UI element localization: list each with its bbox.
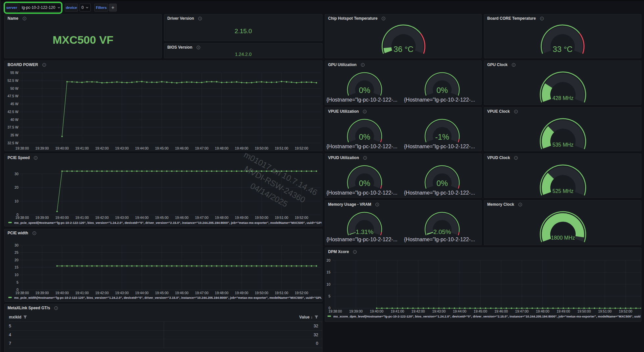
svg-text:15: 15	[326, 270, 330, 274]
svg-text:19:52:00: 19:52:00	[619, 309, 632, 313]
svg-text:19:41:00: 19:41:00	[75, 291, 89, 295]
svg-text:0: 0	[328, 306, 330, 310]
svg-text:45 W: 45 W	[10, 102, 18, 106]
svg-text:19:40:00: 19:40:00	[55, 216, 69, 220]
svg-text:19:45:00: 19:45:00	[155, 291, 169, 295]
svg-text:0%: 0%	[359, 179, 370, 188]
svg-text:19:44:00: 19:44:00	[453, 309, 466, 313]
svg-text:0%: 0%	[437, 179, 448, 188]
svg-text:10: 10	[326, 282, 330, 286]
svg-text:42.5 W: 42.5 W	[8, 110, 18, 114]
svg-text:19:40:00: 19:40:00	[55, 291, 69, 295]
svg-text:36 °C: 36 °C	[394, 45, 413, 54]
svg-text:19:44:00: 19:44:00	[135, 291, 149, 295]
svg-text:33 °C: 33 °C	[553, 45, 572, 54]
svg-text:19:49:00: 19:49:00	[557, 309, 570, 313]
svg-text:19:48:00: 19:48:00	[215, 216, 228, 220]
svg-text:5: 5	[328, 294, 330, 298]
svg-text:19:49:00: 19:49:00	[235, 216, 249, 220]
svg-text:0: 0	[16, 213, 18, 217]
svg-text:37.5 W: 37.5 W	[8, 125, 18, 129]
svg-text:50 W: 50 W	[10, 86, 18, 90]
svg-text:19:48:00: 19:48:00	[215, 146, 228, 150]
svg-text:55 W: 55 W	[10, 71, 18, 75]
svg-text:19:52:00: 19:52:00	[295, 291, 308, 295]
svg-text:19:47:00: 19:47:00	[195, 146, 208, 150]
svg-text:19:44:00: 19:44:00	[135, 146, 149, 150]
svg-text:19:39:00: 19:39:00	[36, 146, 49, 150]
svg-text:19:51:00: 19:51:00	[275, 291, 288, 295]
svg-text:19:43:00: 19:43:00	[115, 216, 129, 220]
svg-text:19:45:00: 19:45:00	[155, 216, 169, 220]
svg-text:19:43:00: 19:43:00	[115, 291, 129, 295]
svg-text:40 W: 40 W	[10, 118, 18, 122]
svg-text:10: 10	[14, 199, 18, 203]
svg-text:19:39:00: 19:39:00	[349, 309, 363, 313]
svg-text:0%: 0%	[359, 86, 370, 95]
svg-text:19:38:00: 19:38:00	[15, 146, 29, 150]
svg-text:19:42:00: 19:42:00	[95, 146, 109, 150]
svg-text:19:47:00: 19:47:00	[195, 216, 208, 220]
svg-text:20: 20	[326, 258, 330, 262]
svg-text:19:51:00: 19:51:00	[275, 216, 288, 220]
svg-text:19:48:00: 19:48:00	[215, 291, 228, 295]
svg-text:19:43:00: 19:43:00	[432, 309, 446, 313]
svg-text:19:42:00: 19:42:00	[412, 309, 425, 313]
svg-text:428 MHz: 428 MHz	[552, 95, 573, 101]
svg-text:19:50:00: 19:50:00	[255, 216, 268, 220]
svg-text:2.05%: 2.05%	[433, 228, 451, 235]
svg-text:19:47:00: 19:47:00	[515, 309, 529, 313]
svg-text:19:39:00: 19:39:00	[36, 216, 49, 220]
svg-text:19:38:00: 19:38:00	[328, 309, 342, 313]
svg-text:19:39:00: 19:39:00	[36, 291, 49, 295]
svg-text:-1%: -1%	[435, 132, 449, 141]
svg-text:0: 0	[16, 288, 18, 292]
svg-text:19:43:00: 19:43:00	[115, 146, 129, 150]
svg-text:19:52:00: 19:52:00	[295, 146, 308, 150]
svg-text:19:46:00: 19:46:00	[175, 216, 188, 220]
svg-text:525 MHz: 525 MHz	[552, 188, 573, 194]
svg-text:15: 15	[14, 265, 18, 269]
svg-text:19:47:00: 19:47:00	[195, 291, 208, 295]
svg-text:30: 30	[14, 172, 18, 176]
svg-text:535 MHz: 535 MHz	[552, 142, 573, 148]
svg-text:19:40:00: 19:40:00	[370, 309, 383, 313]
svg-text:1.31%: 1.31%	[356, 228, 373, 235]
svg-text:19:45:00: 19:45:00	[155, 146, 169, 150]
svg-text:19:42:00: 19:42:00	[95, 216, 109, 220]
svg-text:10: 10	[14, 273, 18, 277]
svg-text:52.5 W: 52.5 W	[8, 79, 18, 82]
svg-text:19:44:00: 19:44:00	[135, 216, 149, 220]
svg-text:20: 20	[14, 258, 18, 262]
svg-text:35 W: 35 W	[10, 133, 18, 137]
svg-text:25: 25	[14, 250, 18, 254]
svg-text:19:51:00: 19:51:00	[598, 309, 611, 313]
svg-text:19:41:00: 19:41:00	[75, 216, 89, 220]
svg-text:19:51:00: 19:51:00	[275, 146, 288, 150]
svg-text:19:45:00: 19:45:00	[474, 309, 487, 313]
svg-text:20: 20	[14, 185, 18, 189]
svg-text:0%: 0%	[359, 132, 370, 141]
svg-text:0%: 0%	[437, 86, 448, 95]
svg-text:19:50:00: 19:50:00	[255, 291, 268, 295]
svg-text:19:50:00: 19:50:00	[577, 309, 591, 313]
svg-text:47.5 W: 47.5 W	[8, 94, 18, 98]
svg-text:19:50:00: 19:50:00	[255, 146, 268, 150]
svg-text:19:42:00: 19:42:00	[95, 291, 109, 295]
svg-text:5: 5	[16, 280, 18, 284]
svg-text:19:46:00: 19:46:00	[175, 146, 188, 150]
svg-text:1800 MHz: 1800 MHz	[551, 235, 575, 241]
svg-text:30: 30	[14, 243, 18, 247]
svg-text:19:48:00: 19:48:00	[536, 309, 549, 313]
svg-text:19:41:00: 19:41:00	[75, 146, 89, 150]
svg-text:19:41:00: 19:41:00	[391, 309, 404, 313]
svg-text:19:40:00: 19:40:00	[55, 146, 69, 150]
svg-text:19:46:00: 19:46:00	[494, 309, 508, 313]
svg-text:32.5 W: 32.5 W	[8, 141, 18, 145]
svg-text:19:49:00: 19:49:00	[235, 291, 249, 295]
svg-text:19:46:00: 19:46:00	[175, 291, 188, 295]
